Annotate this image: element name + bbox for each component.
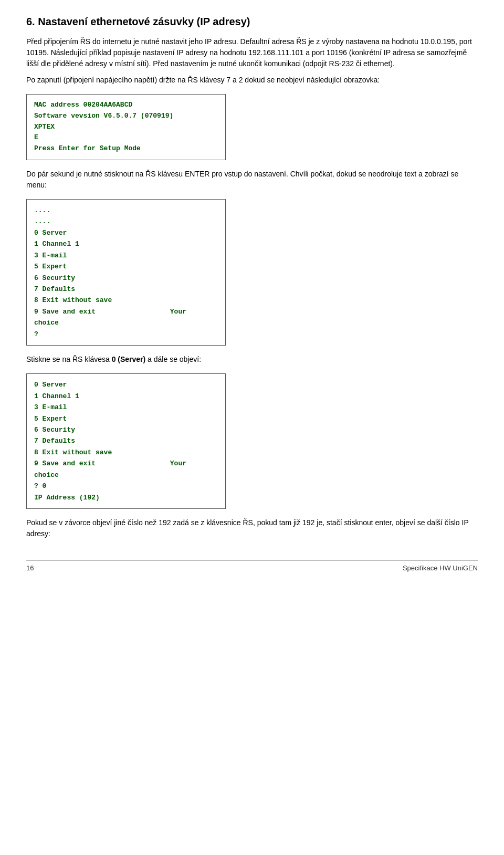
paragraph-4: Stiskne se na ŘS klávesa 0 (Server) a dá… [26, 354, 478, 365]
terminal-line-2: Software vevsion V6.5.0.7 (070919) [34, 111, 218, 122]
terminal-line-4: E [34, 132, 218, 143]
terminal-box: MAC address 00204AA6ABCD Software vevsio… [26, 94, 226, 160]
menu1-line5: 3 E-mail [34, 250, 218, 261]
paragraph-5: Pokud se v závorce objeví jiné číslo než… [26, 517, 478, 539]
menu1-line1: .... [34, 205, 218, 216]
menu1-line12: ? [34, 329, 218, 340]
menu2-line3: 3 E-mail [34, 402, 218, 413]
menu2-line11: IP Address (192) [34, 492, 218, 503]
menu2-line5: 6 Security [34, 424, 218, 435]
menu2-line9: choice [34, 470, 218, 481]
menu-box-1: .... .... 0 Server 1 Channel 1 3 E-mail … [26, 199, 226, 346]
menu1-line11: choice [34, 317, 218, 328]
terminal-line-5: Press Enter for Setup Mode [34, 143, 218, 154]
menu1-line7: 6 Security [34, 273, 218, 284]
menu2-line7: 8 Exit without save [34, 447, 218, 458]
paragraph-1: Před připojením ŘS do internetu je nutné… [26, 36, 478, 69]
paragraph-2: Po zapnutí (připojení napájecího napětí)… [26, 75, 478, 86]
menu2-line1: 0 Server [34, 379, 218, 390]
menu2-line8: 9 Save and exit Your [34, 458, 218, 469]
menu2-line4: 5 Expert [34, 413, 218, 424]
menu1-line9: 8 Exit without save [34, 295, 218, 306]
menu2-line6: 7 Defaults [34, 435, 218, 446]
menu1-line10: 9 Save and exit Your [34, 306, 218, 317]
section-title: 6. Nastavení ethernetové zásuvky (IP adr… [26, 16, 478, 28]
menu2-line10: ? 0 [34, 481, 218, 492]
menu1-line2: .... [34, 216, 218, 227]
menu-box-2: 0 Server 1 Channel 1 3 E-mail 5 Expert 6… [26, 373, 226, 509]
menu1-line4: 1 Channel 1 [34, 238, 218, 249]
footer-page-number: 16 [26, 564, 34, 572]
menu1-line3: 0 Server [34, 227, 218, 238]
footer-right-text: Specifikace HW UniGEN [403, 564, 478, 572]
menu2-line2: 1 Channel 1 [34, 391, 218, 402]
footer: 16 Specifikace HW UniGEN [26, 560, 478, 572]
terminal-line-3: XPTEX [34, 122, 218, 133]
menu1-line6: 5 Expert [34, 261, 218, 272]
menu1-line8: 7 Defaults [34, 284, 218, 295]
terminal-line-1: MAC address 00204AA6ABCD [34, 100, 218, 111]
paragraph-3: Do pár sekund je nutné stisknout na ŘS k… [26, 169, 478, 191]
